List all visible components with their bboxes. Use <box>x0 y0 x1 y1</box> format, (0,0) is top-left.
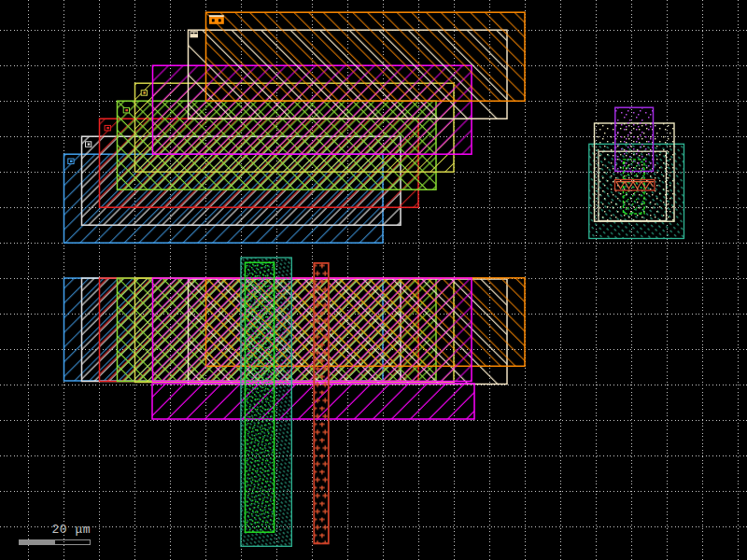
svg-text:20 μm: 20 μm <box>52 523 92 537</box>
